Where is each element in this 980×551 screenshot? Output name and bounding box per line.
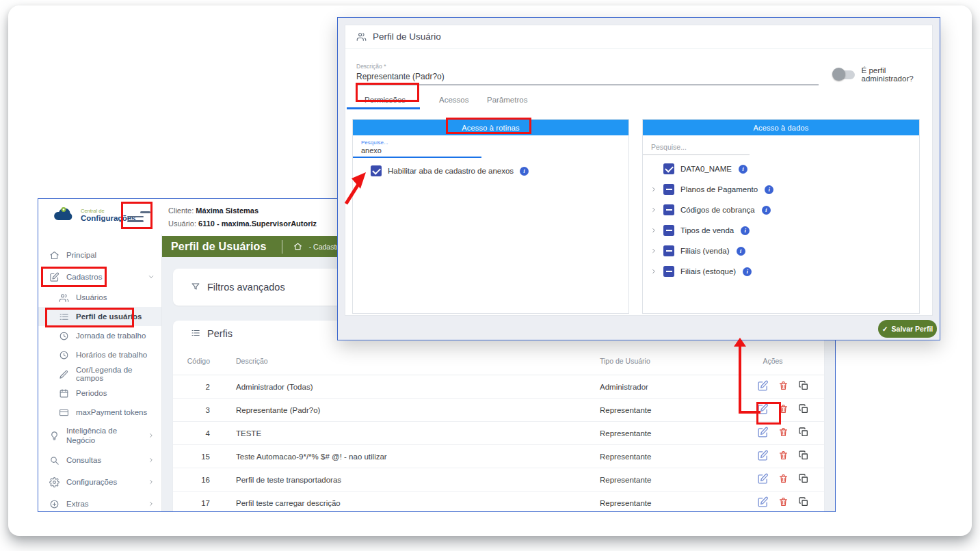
sidebar-item-horarios-de-trabalho[interactable]: Horários de trabalho xyxy=(38,345,161,364)
tab-parametros[interactable]: Parâmetros xyxy=(487,91,527,109)
routines-search-input[interactable]: anexo xyxy=(361,146,382,154)
sidebar-item-configuracoes[interactable]: Configurações xyxy=(38,471,161,493)
tree-item-codigos-de-cobranca[interactable]: Códigos de cobrançai xyxy=(648,200,914,220)
toggle-track[interactable] xyxy=(834,70,855,79)
profiles-title: Perfis xyxy=(207,328,233,339)
edit-button[interactable] xyxy=(757,427,769,440)
check-icon: ✓ xyxy=(882,325,888,333)
tree-checkbox[interactable] xyxy=(663,266,674,277)
delete-button[interactable] xyxy=(778,496,789,509)
sidebar-item-maxpayment-tokens[interactable]: maxPayment tokens xyxy=(38,403,161,422)
trash-icon xyxy=(778,403,789,416)
sidebar-item-usuarios[interactable]: Usuários xyxy=(38,288,161,307)
chevron-right-icon xyxy=(148,457,155,463)
info-icon[interactable]: i xyxy=(737,247,745,256)
cell-codigo: 16 xyxy=(173,476,217,484)
copy-button[interactable] xyxy=(798,380,809,393)
tree-item-data0-name[interactable]: DATA0_NAMEi xyxy=(648,159,914,179)
tree-checkbox[interactable] xyxy=(663,225,674,236)
sidebar-item-label: Consultas xyxy=(66,456,101,464)
copy-button[interactable] xyxy=(798,403,809,416)
sidebar-item-label: Cadastros xyxy=(66,273,102,281)
chevron-right-icon[interactable] xyxy=(648,227,659,234)
tree-item-label: Códigos de cobrança xyxy=(680,206,755,214)
home-icon xyxy=(49,250,59,260)
menu-toggle-button[interactable] xyxy=(127,209,150,225)
sidebar-item-extras[interactable]: Extras xyxy=(38,493,161,512)
client-value: Máxima Sistemas xyxy=(196,206,259,215)
sidebar-item-cadastros[interactable]: Cadastros xyxy=(38,266,161,288)
sidebar-item-inteligencia-de-negocio[interactable]: Inteligência de Negócio xyxy=(38,422,161,449)
trash-icon xyxy=(778,380,789,393)
copy-button[interactable] xyxy=(798,427,809,440)
col-descricao: Descrição xyxy=(217,357,590,365)
list-icon xyxy=(191,328,200,340)
sidebar-item-periodos[interactable]: Periodos xyxy=(38,384,161,403)
delete-button[interactable] xyxy=(778,403,789,416)
tree-checkbox[interactable] xyxy=(663,245,674,256)
sidebar-item-consultas[interactable]: Consultas xyxy=(38,449,161,471)
data-panel: Acesso à dados Pesquise... DATA0_NAMEiPl… xyxy=(642,119,920,314)
gear-icon xyxy=(49,477,59,487)
tree-item-label: Tipos de venda xyxy=(680,226,734,234)
data-search-input[interactable]: Pesquise... xyxy=(651,143,687,151)
info-icon[interactable]: i xyxy=(743,267,752,276)
info-icon[interactable]: i xyxy=(520,167,529,176)
info-icon[interactable]: i xyxy=(765,185,773,194)
delete-button[interactable] xyxy=(778,380,789,393)
info-icon[interactable]: i xyxy=(762,206,771,215)
routines-panel: Acesso à rotinas Pesquise... anexo Habil… xyxy=(352,119,629,314)
edit-button[interactable] xyxy=(757,403,769,417)
save-profile-button[interactable]: ✓ Salvar Perfil xyxy=(878,320,937,338)
delete-button[interactable] xyxy=(778,427,789,440)
tree-checkbox[interactable] xyxy=(663,204,674,215)
admin-toggle-label: É perfil administrador? xyxy=(862,66,932,83)
cell-tipo: Representante xyxy=(590,429,721,438)
edit-button[interactable] xyxy=(757,496,769,510)
sidebar-item-label: Principal xyxy=(66,251,96,259)
copy-button[interactable] xyxy=(798,473,809,486)
chevron-down-icon xyxy=(148,273,155,280)
cell-codigo: 2 xyxy=(173,383,217,391)
sidebar-item-label: maxPayment tokens xyxy=(76,408,147,416)
chevron-right-icon[interactable] xyxy=(648,206,659,213)
chevron-right-icon[interactable] xyxy=(648,247,659,254)
chevron-right-icon[interactable] xyxy=(648,268,659,275)
tree-item-tipos-de-venda[interactable]: Tipos de vendai xyxy=(648,220,914,241)
sidebar-item-cor-legenda-de-campos[interactable]: Cor/Legenda de campos xyxy=(38,364,161,384)
routine-checkbox[interactable] xyxy=(371,165,382,176)
tree-item-filiais-venda[interactable]: Filiais (venda)i xyxy=(648,241,914,261)
sidebar-item-principal[interactable]: Principal xyxy=(38,244,161,266)
sidebar-item-label: Cor/Legenda de campos xyxy=(76,366,155,382)
cell-tipo: Representante xyxy=(590,453,721,461)
admin-toggle[interactable]: É perfil administrador? xyxy=(834,66,932,83)
tree-checkbox[interactable] xyxy=(663,184,674,195)
home-icon[interactable] xyxy=(293,242,302,251)
tree-item-filiais-estoque[interactable]: Filiais (estoque)i xyxy=(648,261,914,282)
sidebar-item-label: Horários de trabalho xyxy=(76,351,147,359)
cloud-gear-icon xyxy=(52,205,77,226)
cell-descricao: Teste Automacao-9*/*% $# @! - nao utiliz… xyxy=(217,453,590,461)
edit-icon xyxy=(757,380,769,394)
edit-button[interactable] xyxy=(757,473,769,487)
info-icon[interactable]: i xyxy=(741,226,750,235)
delete-button[interactable] xyxy=(778,450,789,463)
info-icon[interactable]: i xyxy=(739,165,747,174)
tab-permissoes[interactable]: Permissões xyxy=(365,91,406,109)
chevron-right-icon[interactable] xyxy=(648,186,659,193)
cell-acoes xyxy=(721,473,824,487)
chevron-right-icon xyxy=(148,500,155,507)
hamburger-icon xyxy=(140,211,150,213)
edit-button[interactable] xyxy=(757,450,769,463)
sidebar-item-perfil-de-usuarios[interactable]: Perfil de usuários xyxy=(38,307,161,326)
sidebar-item-jornada-de-trabalho[interactable]: Jornada de trabalho xyxy=(38,326,161,345)
copy-button[interactable] xyxy=(798,450,809,463)
tree-checkbox[interactable] xyxy=(663,163,674,174)
tree-item-planos-de-pagamento[interactable]: Planos de Pagamentoi xyxy=(648,179,914,200)
edit-button[interactable] xyxy=(757,380,769,394)
copy-button[interactable] xyxy=(798,496,809,509)
tab-acessos[interactable]: Acessos xyxy=(439,91,468,109)
description-input[interactable]: Representante (Padr?o) xyxy=(356,72,445,81)
delete-button[interactable] xyxy=(778,473,789,486)
table-row-15: 15Teste Automacao-9*/*% $# @! - nao util… xyxy=(173,445,824,468)
